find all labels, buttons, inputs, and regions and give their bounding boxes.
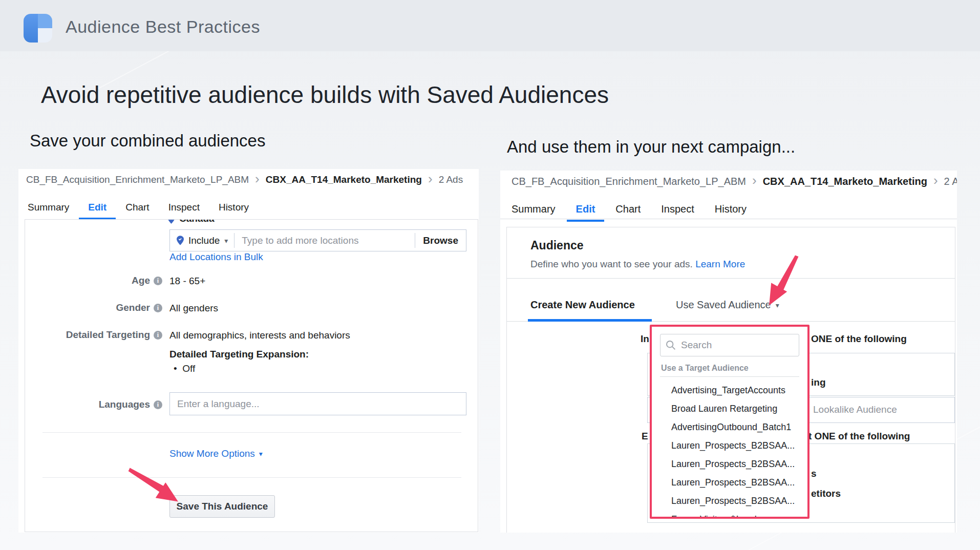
- obscured-text-fragment: ONE of the following: [811, 333, 907, 345]
- ads-manager-screenshot-right: CB_FB_Acquisition_Enrichment_Marketo_LP_…: [500, 171, 957, 533]
- age-label: Agei: [132, 275, 162, 286]
- obscured-text-fragment: E: [642, 431, 649, 442]
- include-label: Include: [188, 235, 220, 246]
- show-more-options-link[interactable]: Show More Options▾: [169, 448, 263, 459]
- age-value: 18 - 65+: [169, 276, 205, 287]
- include-selector[interactable]: Include ▾: [170, 235, 234, 246]
- divider: [507, 278, 955, 279]
- tab-create-new-audience[interactable]: Create New Audience: [530, 299, 635, 311]
- chevron-right-icon: ›: [255, 172, 260, 185]
- breadcrumb-adset[interactable]: CBX_AA_T14_Marketo_Marketing: [763, 176, 927, 187]
- info-icon[interactable]: i: [154, 331, 162, 340]
- gender-value: All genders: [169, 303, 218, 314]
- targeting-expansion-value: • Off: [174, 363, 195, 374]
- dropdown-item[interactable]: Lauren_Prospects_B2BSAA...: [652, 492, 807, 510]
- dropdown-item[interactable]: Forms Visitors&Leads...: [652, 510, 807, 517]
- audience-section-card: Audience Define who you want to see your…: [506, 227, 955, 533]
- audience-section-subtitle: Define who you want to see your ads. Lea…: [530, 259, 745, 270]
- dropdown-item[interactable]: Lauren_Prospects_B2BSAA...: [652, 473, 807, 492]
- dropdown-search-box: [660, 334, 799, 356]
- ads-manager-screenshot-left: CB_FB_Acquisition_Enrichment_Marketo_LP_…: [18, 169, 479, 533]
- search-icon: [666, 340, 676, 350]
- breadcrumb-campaign[interactable]: CB_FB_Acquisition_Enrichment_Marketo_LP_…: [26, 174, 249, 185]
- browse-button[interactable]: Browse: [415, 235, 466, 246]
- add-locations-bulk-link[interactable]: Add Locations in Bulk: [169, 251, 263, 263]
- slide-header: Audience Best Practices: [0, 0, 980, 51]
- tab-history[interactable]: History: [715, 203, 747, 215]
- caret-down-icon: ▾: [224, 237, 228, 245]
- saved-audience-dropdown: Use a Target Audience Advertising_Target…: [650, 325, 809, 519]
- edit-panel-card: Canada Include ▾ Browse Add Locations in…: [25, 219, 478, 532]
- breadcrumb: CB_FB_Acquisition_Enrichment_Marketo_LP_…: [500, 171, 957, 192]
- gender-label: Genderi: [116, 302, 162, 313]
- obscured-text-fragment: In: [641, 333, 650, 345]
- chevron-right-icon: ›: [933, 174, 938, 187]
- breadcrumb: CB_FB_Acquisition_Enrichment_Marketo_LP_…: [18, 169, 479, 191]
- breadcrumb-ads-count[interactable]: 2 Ads: [439, 174, 463, 185]
- left-section-heading: Save your combined audiences: [30, 131, 265, 151]
- dropdown-item[interactable]: Lauren_Prospects_B2BSAA...: [652, 455, 807, 473]
- divider: [42, 432, 461, 433]
- tab-bar: Summary Edit Chart Inspect History: [500, 199, 957, 219]
- location-search-input[interactable]: [235, 235, 415, 246]
- obscured-text-fragment: t ONE of the following: [808, 431, 910, 442]
- slide: Audience Best Practices Avoid repetitive…: [0, 0, 980, 550]
- obscured-text-fragment: ing: [811, 377, 826, 388]
- audience-section-title: Audience: [530, 239, 584, 252]
- dropdown-item[interactable]: Advertising_TargetAccounts: [652, 381, 807, 399]
- info-icon[interactable]: i: [154, 400, 162, 409]
- tab-history[interactable]: History: [219, 202, 249, 213]
- tab-inspect[interactable]: Inspect: [661, 203, 694, 215]
- location-pin-icon: [177, 236, 184, 245]
- tab-summary[interactable]: Summary: [28, 202, 69, 213]
- learn-more-link[interactable]: Learn More: [695, 259, 745, 269]
- divider: [660, 376, 799, 377]
- selected-location-clipped: Canada: [167, 220, 321, 225]
- tab-chart[interactable]: Chart: [125, 202, 149, 213]
- clearbit-logo: [24, 14, 52, 43]
- dropdown-item[interactable]: Lauren_Prospects_B2BSAA...: [652, 436, 807, 455]
- caret-down-icon: ▾: [259, 450, 263, 458]
- tab-edit[interactable]: Edit: [88, 202, 106, 213]
- breadcrumb-ads-count[interactable]: 2 Ads: [944, 176, 957, 187]
- dropdown-item[interactable]: AdvertisingOutbound_Batch1: [652, 418, 807, 436]
- tab-summary[interactable]: Summary: [512, 203, 556, 215]
- dropdown-search-input[interactable]: [681, 340, 794, 351]
- location-pin-icon: [167, 220, 175, 224]
- divider: [42, 477, 461, 478]
- tab-bar: Summary Edit Chart Inspect History: [18, 198, 479, 217]
- save-this-audience-button[interactable]: Save This Audience: [169, 495, 275, 518]
- detailed-targeting-label: Detailed Targetingi: [66, 329, 162, 341]
- tab-chart[interactable]: Chart: [615, 203, 641, 215]
- obscured-text-fragment: s: [811, 468, 817, 479]
- info-icon[interactable]: i: [154, 277, 162, 285]
- location-name: Canada: [179, 220, 215, 224]
- chevron-right-icon: ›: [428, 172, 433, 185]
- detailed-targeting-value: All demographics, interests and behavior…: [169, 330, 350, 341]
- info-icon[interactable]: i: [154, 304, 162, 312]
- language-input[interactable]: [170, 393, 466, 415]
- right-section-heading: And use them in your next campaign...: [507, 137, 795, 157]
- input-placeholder-fragment: Lookalike Audience: [813, 404, 897, 415]
- breadcrumb-campaign[interactable]: CB_FB_Acquisition_Enrichment_Marketo_LP_…: [512, 176, 746, 187]
- active-tab-underline: [528, 319, 652, 322]
- divider: [500, 219, 957, 219]
- dropdown-item-list: Advertising_TargetAccounts Broad Lauren …: [652, 381, 807, 517]
- language-input-box: [169, 392, 466, 415]
- header-title: Audience Best Practices: [66, 17, 260, 37]
- bullet-icon: •: [174, 363, 177, 374]
- languages-label: Languagesi: [99, 399, 162, 410]
- slide-title: Avoid repetitive audience builds with Sa…: [41, 81, 609, 109]
- breadcrumb-adset[interactable]: CBX_AA_T14_Marketo_Marketing: [266, 174, 422, 185]
- location-include-row: Include ▾ Browse: [169, 229, 466, 251]
- dropdown-item[interactable]: Broad Lauren Retargeting: [652, 399, 807, 418]
- tab-inspect[interactable]: Inspect: [168, 202, 200, 213]
- dropdown-group-label: Use a Target Audience: [661, 364, 749, 373]
- obscured-text-fragment: etitors: [811, 488, 841, 499]
- tab-edit[interactable]: Edit: [576, 203, 595, 215]
- chevron-right-icon: ›: [752, 174, 757, 187]
- targeting-expansion-label: Detailed Targeting Expansion:: [169, 349, 309, 360]
